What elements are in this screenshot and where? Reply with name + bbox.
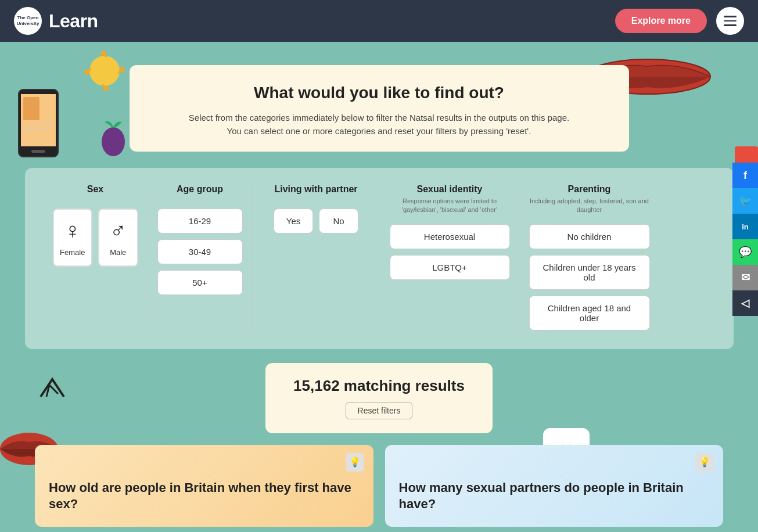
linkedin-share-button[interactable]: in (732, 214, 758, 239)
email-icon: ✉ (741, 271, 750, 284)
facebook-share-button[interactable]: f (732, 163, 758, 188)
email-share-button[interactable]: ✉ (732, 265, 758, 290)
parenting-no-children-button[interactable]: No children (529, 224, 650, 249)
sex-filter-col: Sex ♀ Female ♂ Male (44, 184, 148, 330)
menu-line-1 (724, 16, 737, 17)
filter-card-title: What would you like to find out? (153, 84, 606, 102)
identity-heterosexual-button[interactable]: Heterosexual (390, 224, 510, 249)
sex-female-button[interactable]: ♀ Female (53, 209, 93, 267)
sex-buttons-group: ♀ Female ♂ Male (53, 209, 138, 267)
results-count: 15,162 matching results (293, 377, 465, 395)
age-50plus-button[interactable]: 50+ (157, 270, 243, 295)
whatsapp-icon: 💬 (739, 246, 752, 258)
partner-filter-title: Living with partner (262, 184, 371, 195)
sex-male-button[interactable]: ♂ Male (98, 209, 138, 267)
share-icon: ◁ (741, 297, 749, 310)
article-card-2: 💡 How many sexual partners do people in … (385, 445, 724, 527)
partner-yes-button[interactable]: Yes (274, 209, 313, 233)
brand-name: Learn (49, 10, 98, 32)
identity-filter-title: Sexual identity (390, 184, 510, 195)
filter-card-desc-1: Select from the categories immediately b… (153, 112, 606, 125)
whatsapp-share-button[interactable]: 💬 (732, 239, 758, 265)
age-30-49-button[interactable]: 30-49 (157, 239, 243, 264)
age-filter-col: Age group 16-29 30-49 50+ (148, 184, 253, 330)
main-content-area: What would you like to find out? Select … (0, 42, 758, 532)
filter-panel: Sex ♀ Female ♂ Male A (25, 168, 734, 349)
sex-filter-title: Sex (53, 184, 138, 195)
partner-no-button[interactable]: No (319, 209, 358, 233)
facebook-icon: f (743, 170, 747, 182)
identity-lgbtq-button[interactable]: LGBTQ+ (390, 255, 510, 280)
identity-filter-subtitle: Response options were limited to 'gay/le… (390, 197, 510, 215)
age-filter-title: Age group (157, 184, 243, 195)
age-16-29-button[interactable]: 16-29 (157, 209, 243, 233)
article-2-title: How many sexual partners do people in Br… (399, 480, 710, 513)
menu-line-2 (724, 20, 737, 22)
identity-filter-col: Sexual identity Response options were li… (380, 184, 520, 330)
reset-filters-button[interactable]: Reset filters (346, 402, 413, 419)
linkedin-icon: in (742, 222, 749, 231)
article-2-icon: 💡 (695, 453, 714, 472)
female-icon: ♀ (64, 218, 81, 243)
article-card-1: 💡 How old are people in Britain when the… (35, 445, 373, 527)
parenting-buttons-group: No children Children under 18 years old … (529, 224, 650, 330)
filter-intro-card: What would you like to find out? Select … (130, 65, 629, 152)
article-1-icon: 💡 (346, 453, 364, 472)
site-header: The OpenUniversity Learn Explore more (0, 0, 758, 42)
male-icon: ♂ (110, 218, 127, 243)
parenting-18plus-button[interactable]: Children aged 18 and older (529, 296, 650, 330)
male-label: Male (110, 248, 126, 257)
ou-logo-icon: The OpenUniversity (14, 7, 42, 35)
explore-more-button[interactable]: Explore more (615, 9, 707, 33)
results-section: 15,162 matching results Reset filters (0, 363, 758, 433)
menu-button[interactable] (716, 7, 744, 35)
partner-filter-col: Living with partner Yes No (253, 184, 380, 330)
logo-area: The OpenUniversity Learn (14, 7, 98, 35)
results-card: 15,162 matching results Reset filters (265, 363, 493, 433)
parenting-filter-title: Parenting (529, 184, 650, 195)
age-buttons-group: 16-29 30-49 50+ (157, 209, 243, 295)
partner-buttons-group: Yes No (262, 209, 371, 233)
parenting-filter-col: Parenting Including adopted, step, foste… (520, 184, 659, 330)
social-share-sidebar: f 🐦 in 💬 ✉ ◁ (732, 163, 758, 316)
article-1-title: How old are people in Britain when they … (49, 480, 360, 513)
twitter-icon: 🐦 (739, 195, 752, 207)
filter-card-desc-2: You can select one or more categories an… (153, 125, 606, 138)
filter-grid: Sex ♀ Female ♂ Male A (44, 184, 715, 330)
female-label: Female (60, 248, 85, 257)
parenting-filter-subtitle: Including adopted, step, fostered, son a… (529, 197, 650, 215)
menu-line-3 (724, 24, 737, 26)
identity-buttons-group: Heterosexual LGBTQ+ (390, 224, 510, 280)
brand-name-bold: Learn (49, 10, 98, 31)
parenting-under18-button[interactable]: Children under 18 years old (529, 255, 650, 290)
more-share-button[interactable]: ◁ (732, 290, 758, 316)
articles-row: 💡 How old are people in Britain when the… (0, 445, 758, 532)
twitter-share-button[interactable]: 🐦 (732, 188, 758, 214)
header-right: Explore more (615, 7, 744, 35)
